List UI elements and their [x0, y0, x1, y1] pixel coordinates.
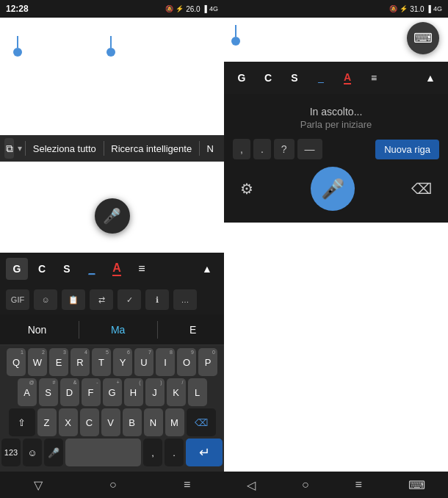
backspace-key[interactable]: ⌫ [187, 408, 216, 436]
emoji-key[interactable]: ☺ [23, 439, 42, 466]
period-key[interactable]: . [165, 439, 184, 466]
home-nav-button[interactable]: ○ [109, 478, 117, 491]
num-key[interactable]: 123 [1, 439, 21, 466]
right-back-nav-button[interactable]: ◁ [247, 478, 256, 492]
key-u[interactable]: 7U [134, 348, 153, 376]
voice-mic-button[interactable]: 🎤 [311, 167, 355, 211]
key-a[interactable]: @A [18, 378, 37, 406]
right-bottom-nav: ◁ ○ ≡ ⌨ [224, 472, 448, 498]
clipboard2-button[interactable]: 📋 [62, 289, 85, 310]
key-z[interactable]: Z [37, 408, 57, 436]
right-home-nav-button[interactable]: ○ [302, 478, 309, 491]
keyboard-toolbar-1: G C S _ A ≡ ▲ [0, 253, 224, 285]
left-bottom-nav: ▽ ○ ≡ [0, 472, 224, 498]
key-n[interactable]: N [144, 408, 163, 436]
clipboard-icon: ⧉ [6, 142, 13, 155]
voice-punctuation-row: , . ? — Nuova riga [233, 139, 439, 159]
right-g-button[interactable]: G [231, 68, 252, 88]
voice-backspace-button[interactable]: ⌫ [411, 180, 432, 198]
key-t[interactable]: 5T [92, 348, 111, 376]
clipboard-button[interactable]: ⧉ [4, 138, 14, 159]
key-g[interactable]: +G [103, 378, 122, 406]
right-c-button[interactable]: C [258, 68, 278, 88]
key-s[interactable]: #S [39, 378, 58, 406]
key-b[interactable]: B [123, 408, 142, 436]
battery-icon: 4G [209, 5, 218, 12]
select-all-button[interactable]: Seleziona tutto [27, 138, 102, 159]
period-punct-button[interactable]: . [253, 139, 271, 159]
key-f[interactable]: -F [82, 378, 101, 406]
right-bluetooth-icon: ⚡ [400, 5, 408, 12]
suggestion-3[interactable]: E [181, 324, 205, 336]
voice-input-key[interactable]: 🎤 [44, 439, 63, 466]
comma-punct-button[interactable]: , [233, 139, 250, 159]
back-nav-button[interactable]: ▽ [34, 478, 43, 492]
key-d[interactable]: &D [60, 378, 79, 406]
left-time: 12:28 [6, 4, 29, 14]
right-list-button[interactable]: ≡ [364, 68, 384, 88]
fab-voice-button[interactable]: 🎤 [95, 198, 130, 234]
right-status-bar: 🔕 ⚡ 31.0 ▐ 4G [224, 0, 448, 18]
context-menu-bar: ⧉ ▾ Seleziona tutto Ricerca intelligente… [0, 135, 224, 162]
gif-button[interactable]: GIF [6, 289, 29, 310]
right-keyboard-nav-button[interactable]: ⌨ [408, 478, 425, 492]
right-collapse-button[interactable]: ▲ [420, 68, 441, 88]
suggestion-divider-1 [79, 321, 79, 339]
s-format-button[interactable]: S [56, 258, 78, 280]
shift-key[interactable]: ⇧ [9, 408, 35, 436]
enter-key[interactable]: ↵ [186, 439, 223, 466]
voice-settings-button[interactable]: ⚙ [240, 180, 253, 198]
space-key[interactable] [65, 439, 142, 466]
comma-key[interactable]: , [143, 439, 162, 466]
key-q[interactable]: 1Q [7, 348, 26, 376]
dash-punct-button[interactable]: — [297, 139, 322, 159]
list-format-button[interactable]: ≡ [131, 258, 153, 280]
chevron-down-icon: ▾ [18, 143, 22, 154]
key-m[interactable]: M [165, 408, 184, 436]
keyboard-main: 1Q 2W 3E 4R 5T 6Y 7U 8I 9O 0P @A #S &D -… [0, 345, 224, 472]
key-w[interactable]: 2W [28, 348, 47, 376]
suggestion-2[interactable]: Ma [102, 324, 134, 336]
right-wifi-icon: 31.0 [410, 5, 424, 13]
question-punct-button[interactable]: ? [274, 139, 295, 159]
keyboard-toolbar-2: GIF ☺ 📋 ⇄ ✓ ℹ … [0, 285, 224, 314]
key-x[interactable]: X [59, 408, 78, 436]
g-format-button[interactable]: G [6, 258, 28, 280]
listening-text: In ascolto... [310, 106, 363, 118]
sticker-button[interactable]: ☺ [34, 289, 57, 310]
key-c[interactable]: C [80, 408, 99, 436]
key-r[interactable]: 4R [71, 348, 90, 376]
right-underline-button[interactable]: _ [311, 68, 331, 88]
key-y[interactable]: 6Y [113, 348, 132, 376]
translate-button[interactable]: ⇄ [90, 289, 113, 310]
key-h[interactable]: (H [124, 378, 143, 406]
more-menu-button[interactable]: N [201, 138, 220, 159]
collapse-toolbar-button[interactable]: ▲ [196, 258, 218, 280]
key-e[interactable]: 3E [49, 348, 68, 376]
right-recents-nav-button[interactable]: ≡ [355, 478, 362, 491]
smart-search-button[interactable]: Ricerca intelligente [105, 138, 198, 159]
info-button[interactable]: ℹ [145, 289, 169, 310]
font-color-button[interactable]: A [106, 258, 128, 280]
right-s-button[interactable]: S [284, 68, 305, 88]
key-o[interactable]: 9O [177, 348, 196, 376]
key-row-4: 123 ☺ 🎤 , . ↵ [1, 439, 223, 466]
right-font-color-button[interactable]: A [337, 68, 358, 88]
key-k[interactable]: /K [167, 378, 186, 406]
key-l[interactable]: L [188, 378, 207, 406]
suggestion-1[interactable]: Non [19, 324, 56, 336]
new-line-button[interactable]: Nuova riga [375, 140, 439, 159]
check-button[interactable]: ✓ [118, 289, 141, 310]
dropdown-button[interactable]: ▾ [15, 138, 24, 159]
more-tools-button[interactable]: … [173, 289, 197, 310]
underline-tool-button[interactable]: _ [81, 258, 103, 280]
keyboard-fab-button[interactable]: ⌨ [407, 22, 439, 54]
key-p[interactable]: 0P [198, 348, 217, 376]
c-format-button[interactable]: C [31, 258, 53, 280]
gif-icon: GIF [11, 295, 24, 304]
recents-nav-button[interactable]: ≡ [184, 478, 190, 491]
key-v[interactable]: V [101, 408, 120, 436]
key-j[interactable]: )J [145, 378, 165, 406]
font-color-icon: A [112, 261, 121, 276]
key-i[interactable]: 8I [156, 348, 175, 376]
